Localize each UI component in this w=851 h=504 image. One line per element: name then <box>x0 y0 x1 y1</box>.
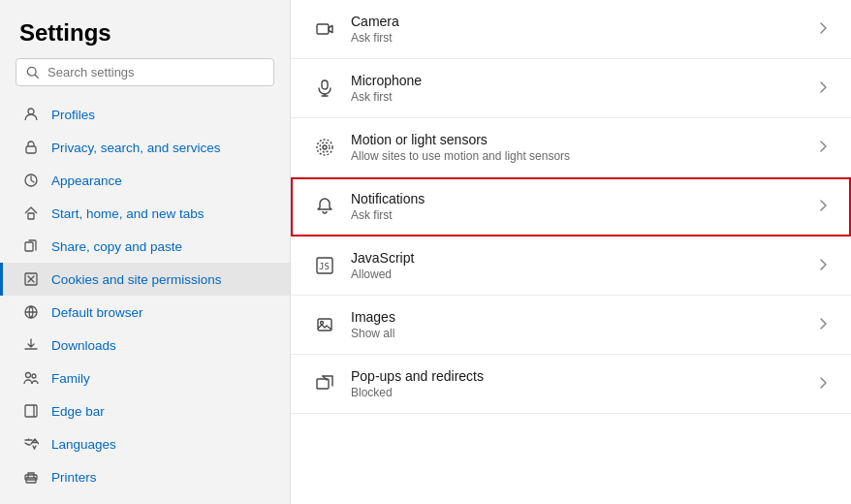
perm-subtitle-notifications: Ask first <box>351 208 425 222</box>
camera-icon <box>314 18 335 40</box>
popup-icon <box>314 373 335 394</box>
permission-item-camera[interactable]: CameraAsk first <box>291 0 851 59</box>
perm-subtitle-motion-sensors: Allow sites to use motion and light sens… <box>351 149 570 163</box>
microphone-icon <box>314 78 335 99</box>
perm-title-microphone: Microphone <box>351 73 422 88</box>
svg-point-11 <box>26 373 31 378</box>
permission-item-images[interactable]: ImagesShow all <box>291 296 851 355</box>
sidebar-item-label-printers: Printers <box>51 470 97 485</box>
page-title: Settings <box>0 0 290 58</box>
svg-point-25 <box>320 142 330 152</box>
downloads-icon <box>22 336 40 354</box>
sidebar-item-label-share-copy: Share, copy and paste <box>51 239 182 254</box>
perm-subtitle-microphone: Ask first <box>351 90 422 104</box>
search-input[interactable] <box>47 65 264 79</box>
bell-icon <box>314 196 335 217</box>
sidebar-item-share-copy[interactable]: Share, copy and paste <box>0 230 290 263</box>
js-icon: JS <box>314 255 335 276</box>
sidebar-item-label-start-home: Start, home, and new tabs <box>51 206 205 221</box>
start-home-icon <box>22 205 40 222</box>
sidebar-item-printers[interactable]: Printers <box>0 460 290 493</box>
perm-title-javascript: JavaScript <box>351 250 414 266</box>
chevron-right-icon <box>818 376 828 393</box>
svg-rect-29 <box>318 319 331 331</box>
default-browser-icon <box>22 303 40 321</box>
svg-rect-6 <box>25 242 33 251</box>
privacy-icon <box>22 139 40 156</box>
sidebar-item-label-profiles: Profiles <box>51 108 95 122</box>
motion-icon <box>314 137 335 158</box>
perm-text-notifications: NotificationsAsk first <box>351 191 425 222</box>
perm-text-javascript: JavaScriptAllowed <box>351 250 414 281</box>
sidebar-item-downloads[interactable]: Downloads <box>0 329 290 362</box>
svg-point-30 <box>321 322 324 325</box>
sidebar-item-label-edge-bar: Edge bar <box>51 404 105 419</box>
svg-point-24 <box>323 145 327 149</box>
permission-item-javascript[interactable]: JSJavaScriptAllowed <box>291 236 851 296</box>
main-content: CameraAsk firstMicrophoneAsk firstMotion… <box>291 0 851 504</box>
chevron-right-icon <box>818 21 828 38</box>
sidebar-item-default-browser[interactable]: Default browser <box>0 296 290 329</box>
permission-item-popups[interactable]: Pop-ups and redirectsBlocked <box>291 355 851 414</box>
sidebar-item-start-home[interactable]: Start, home, and new tabs <box>0 197 290 230</box>
perm-title-popups: Pop-ups and redirects <box>351 368 484 384</box>
perm-subtitle-javascript: Allowed <box>351 268 414 281</box>
perm-subtitle-camera: Ask first <box>351 31 399 45</box>
sidebar-item-languages[interactable]: Languages <box>0 427 290 460</box>
sidebar-item-appearance[interactable]: Appearance <box>0 164 290 197</box>
perm-text-microphone: MicrophoneAsk first <box>351 73 422 104</box>
sidebar-item-label-family: Family <box>51 371 90 386</box>
svg-point-12 <box>32 374 36 378</box>
printers-icon <box>22 468 40 486</box>
sidebar-item-label-privacy: Privacy, search, and services <box>51 141 221 155</box>
perm-subtitle-popups: Blocked <box>351 386 484 399</box>
perm-subtitle-images: Show all <box>351 327 395 340</box>
sidebar-item-cookies[interactable]: Cookies and site permissions <box>0 263 290 296</box>
perm-text-popups: Pop-ups and redirectsBlocked <box>351 368 484 399</box>
svg-rect-21 <box>322 80 328 89</box>
svg-rect-3 <box>26 146 36 153</box>
svg-point-2 <box>28 109 34 114</box>
svg-line-1 <box>35 75 38 78</box>
search-box[interactable] <box>16 58 274 86</box>
svg-text:JS: JS <box>319 262 330 271</box>
sidebar-item-label-downloads: Downloads <box>51 338 116 353</box>
sidebar-item-profiles[interactable]: Profiles <box>0 98 290 131</box>
cookies-icon <box>22 270 40 288</box>
svg-rect-20 <box>317 24 329 34</box>
perm-text-images: ImagesShow all <box>351 309 395 340</box>
sidebar-item-label-languages: Languages <box>51 437 116 452</box>
svg-rect-5 <box>28 213 34 219</box>
sidebar-item-system[interactable]: System and performance <box>0 493 290 504</box>
search-icon <box>26 66 40 79</box>
sidebar-item-privacy[interactable]: Privacy, search, and services <box>0 131 290 164</box>
permission-item-motion-sensors[interactable]: Motion or light sensorsAllow sites to us… <box>291 118 851 177</box>
permission-item-notifications[interactable]: NotificationsAsk first <box>291 177 851 236</box>
chevron-right-icon <box>818 140 828 156</box>
perm-title-images: Images <box>351 309 395 325</box>
perm-title-camera: Camera <box>351 14 399 29</box>
permission-item-microphone[interactable]: MicrophoneAsk first <box>291 59 851 118</box>
perm-text-motion-sensors: Motion or light sensorsAllow sites to us… <box>351 132 570 163</box>
nav-list: ProfilesPrivacy, search, and servicesApp… <box>0 98 290 504</box>
sidebar-item-label-default-browser: Default browser <box>51 305 143 320</box>
sidebar-item-family[interactable]: Family <box>0 362 290 394</box>
chevron-right-icon <box>818 199 828 215</box>
svg-rect-13 <box>25 405 37 417</box>
share-copy-icon <box>22 237 40 255</box>
perm-title-motion-sensors: Motion or light sensors <box>351 132 570 147</box>
perm-title-notifications: Notifications <box>351 191 425 206</box>
family-icon <box>22 369 40 387</box>
permissions-list: CameraAsk firstMicrophoneAsk firstMotion… <box>291 0 851 414</box>
image-icon <box>314 314 335 335</box>
chevron-right-icon <box>818 317 828 333</box>
appearance-icon <box>22 172 40 189</box>
perm-text-camera: CameraAsk first <box>351 14 399 45</box>
sidebar-item-label-appearance: Appearance <box>51 173 122 188</box>
chevron-right-icon <box>818 80 828 97</box>
chevron-right-icon <box>818 258 828 274</box>
sidebar-item-label-cookies: Cookies and site permissions <box>51 272 222 287</box>
languages-icon <box>22 435 40 453</box>
edge-bar-icon <box>22 402 40 420</box>
sidebar-item-edge-bar[interactable]: Edge bar <box>0 394 290 427</box>
